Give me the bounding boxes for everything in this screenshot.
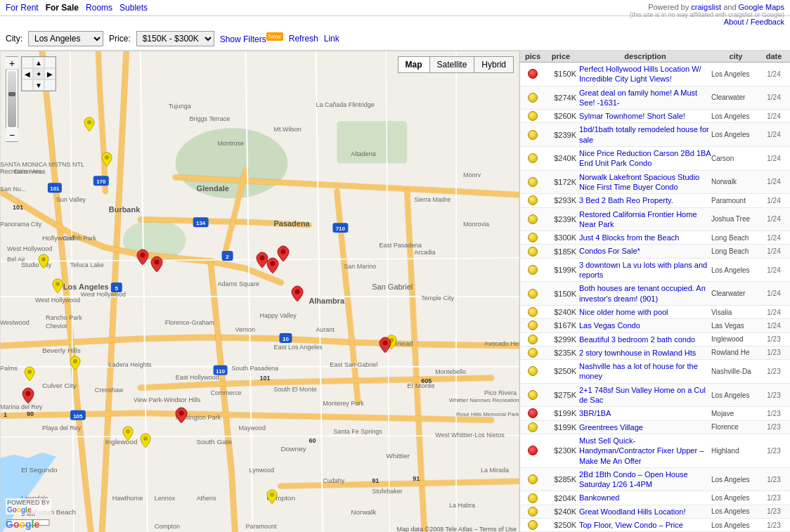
- listing-link[interactable]: Top Floor, View Condo – Price: [579, 521, 683, 529]
- svg-text:91: 91: [413, 475, 420, 482]
- rooms-link[interactable]: Rooms: [86, 3, 112, 13]
- listing-row: $230K Must Sell Quick- Handyman/Contract…: [520, 434, 790, 468]
- listing-pic-cell: [523, 348, 543, 358]
- about-feedback-link[interactable]: About / Feedback: [724, 18, 784, 26]
- pan-s-btn[interactable]: ▼: [33, 79, 44, 91]
- svg-text:Studio City: Studio City: [21, 261, 52, 268]
- listing-link[interactable]: Sylmar Townhome! Short Sale!: [579, 112, 685, 120]
- svg-text:East Hollywood: East Hollywood: [176, 374, 219, 381]
- listing-desc[interactable]: Bankowned: [579, 493, 711, 502]
- listing-link[interactable]: Perfect Hollywood Hills Location W/ Incr…: [579, 65, 701, 83]
- listing-link[interactable]: Great Woodland Hills Location!: [579, 507, 685, 516]
- pan-sw-btn[interactable]: [22, 79, 33, 91]
- pan-n-btn[interactable]: ▲: [33, 57, 44, 68]
- listing-dot: [528, 69, 538, 79]
- zoom-out-btn[interactable]: −: [6, 129, 18, 141]
- listing-link[interactable]: 2 story townhouse in Rowland Hts: [579, 349, 696, 357]
- listing-link[interactable]: 3 downtown La vu lots with plans and rep…: [579, 261, 707, 279]
- for-rent-link[interactable]: For Rent: [6, 3, 39, 13]
- map-area[interactable]: Burbank Los Angeles Hollywood Glendale P…: [0, 51, 520, 532]
- listing-desc[interactable]: Both houses are tenant occupied. An inve…: [579, 283, 711, 304]
- pan-w-btn[interactable]: ◀: [22, 68, 33, 79]
- listing-link[interactable]: Beautiful 3 bedroom 2 bath condo: [579, 335, 695, 344]
- svg-text:Norwalk: Norwalk: [351, 508, 376, 516]
- listing-desc[interactable]: Nashville has a lot of house for the mon…: [579, 361, 711, 382]
- listing-link[interactable]: Nice Price Reduction Carson 2Bd 1BA End …: [579, 149, 711, 167]
- listing-desc[interactable]: 3BR/1BA: [579, 408, 711, 418]
- listing-dot: [528, 520, 538, 530]
- listing-desc[interactable]: 2 story townhouse in Rowland Hts: [579, 348, 711, 358]
- listing-desc[interactable]: 2+1 748sf Sun Valley Home on a Cul de Sa…: [579, 385, 711, 406]
- listing-desc[interactable]: Sylmar Townhome! Short Sale!: [579, 111, 711, 121]
- listing-desc[interactable]: 2Bd 1Bth Condo – Open House Saturday 1/2…: [579, 469, 711, 490]
- pan-ne-btn[interactable]: [44, 57, 56, 68]
- listing-link[interactable]: Both houses are tenant occupied. An inve…: [579, 284, 706, 302]
- terms-link[interactable]: Terms of Use: [479, 526, 517, 532]
- pan-center-btn[interactable]: ✦: [33, 68, 44, 79]
- right-panel: pics price description city date $150K P…: [520, 51, 790, 532]
- listing-desc[interactable]: 3 Bed 2 Bath Reo Property.: [579, 195, 711, 205]
- listing-link[interactable]: 3BR/1BA: [579, 409, 611, 417]
- listing-desc[interactable]: 3 downtown La vu lots with plans and rep…: [579, 260, 711, 280]
- svg-text:105: 105: [73, 413, 83, 420]
- listing-link[interactable]: 1bd/1bath totally remodeled house for sa…: [579, 125, 709, 143]
- zoom-slider[interactable]: [8, 71, 16, 127]
- listings-body[interactable]: $150K Perfect Hollywood Hills Location W…: [520, 63, 790, 532]
- listing-row: $293K 3 Bed 2 Bath Reo Property. Paramou…: [520, 194, 790, 207]
- listing-date: 1/24: [760, 322, 787, 330]
- listing-desc[interactable]: Great Woodland Hills Location!: [579, 507, 711, 517]
- pan-se-btn[interactable]: [44, 79, 56, 91]
- pan-e-btn[interactable]: ▶: [44, 68, 56, 79]
- svg-text:Athens: Athens: [197, 495, 216, 502]
- listing-link[interactable]: Greentrees Village: [579, 423, 643, 432]
- map-type-map-btn[interactable]: Map: [399, 57, 430, 72]
- listing-desc[interactable]: Top Floor, View Condo – Price: [579, 520, 711, 530]
- price-select[interactable]: $150K - $300K $100K - $150K $300K - $500…: [136, 31, 214, 46]
- listing-desc[interactable]: Norwalk Lakefront Spacious Studio Nice F…: [579, 172, 711, 193]
- listing-link[interactable]: 2+1 748sf Sun Valley Home on a Cul de Sa…: [579, 386, 706, 404]
- listing-desc[interactable]: Perfect Hollywood Hills Location W/ Incr…: [579, 64, 711, 84]
- listing-desc[interactable]: Beautiful 3 bedroom 2 bath condo: [579, 335, 711, 344]
- listing-pic-cell: [523, 320, 543, 330]
- svg-text:Tujunga: Tujunga: [169, 103, 191, 110]
- listing-link[interactable]: Condos For Sale*: [579, 247, 640, 255]
- listing-link[interactable]: 3 Bed 2 Bath Reo Property.: [579, 196, 673, 205]
- listing-desc[interactable]: Greentrees Village: [579, 422, 711, 432]
- google-maps-link[interactable]: Google Maps: [739, 3, 784, 11]
- svg-text:134: 134: [196, 220, 206, 226]
- for-sale-link[interactable]: For Sale: [46, 3, 79, 13]
- listing-desc[interactable]: Las Vegas Condo: [579, 320, 711, 330]
- craigslist-link[interactable]: craigslist: [691, 3, 721, 11]
- map-type-satellite-btn[interactable]: Satellite: [430, 57, 475, 72]
- map-type-hybrid-btn[interactable]: Hybrid: [474, 57, 513, 72]
- listing-link[interactable]: 2Bd 1Bth Condo – Open House Saturday 1/2…: [579, 470, 688, 488]
- listing-link[interactable]: Must Sell Quick- Handyman/Contractor Fix…: [579, 436, 704, 465]
- listing-link[interactable]: Great deal on family home! A Must See! -…: [579, 89, 697, 107]
- listing-pic-cell: [523, 422, 543, 432]
- listing-desc[interactable]: 1bd/1bath totally remodeled house for sa…: [579, 124, 711, 145]
- show-filters-link[interactable]: Show FiltersNew: [220, 33, 283, 44]
- pan-nw-btn[interactable]: [22, 57, 33, 68]
- listing-desc[interactable]: Restored California Frontier Home Near P…: [579, 209, 711, 230]
- listing-desc[interactable]: Just 4 Blocks from the Beach: [579, 233, 711, 242]
- listing-link[interactable]: Norwalk Lakefront Spacious Studio Nice F…: [579, 173, 699, 191]
- zoom-in-btn[interactable]: +: [6, 57, 18, 70]
- sublets-link[interactable]: Sublets: [119, 3, 148, 13]
- listing-link[interactable]: Restored California Frontier Home Near P…: [579, 210, 697, 228]
- listing-row: $300K Just 4 Blocks from the Beach Long …: [520, 231, 790, 245]
- listing-dot: [528, 335, 538, 344]
- listing-desc[interactable]: Nice older home with pool: [579, 307, 711, 317]
- listing-link[interactable]: Nice older home with pool: [579, 308, 668, 316]
- listing-link[interactable]: Bankowned: [579, 493, 620, 502]
- listing-desc[interactable]: Condos For Sale*: [579, 246, 711, 256]
- listing-link[interactable]: Las Vegas Condo: [579, 321, 640, 330]
- listing-desc[interactable]: Must Sell Quick- Handyman/Contractor Fix…: [579, 436, 711, 466]
- listing-desc[interactable]: Nice Price Reduction Carson 2Bd 1BA End …: [579, 148, 711, 169]
- listing-link[interactable]: Just 4 Blocks from the Beach: [579, 233, 679, 242]
- link-link[interactable]: Link: [324, 34, 339, 44]
- refresh-link[interactable]: Refresh: [289, 34, 318, 44]
- city-select[interactable]: Los Angeles San Francisco New York Chica…: [28, 31, 103, 46]
- listing-pic-cell: [523, 520, 543, 530]
- listing-desc[interactable]: Great deal on family home! A Must See! -…: [579, 88, 711, 108]
- listing-link[interactable]: Nashville has a lot of house for the mon…: [579, 362, 698, 380]
